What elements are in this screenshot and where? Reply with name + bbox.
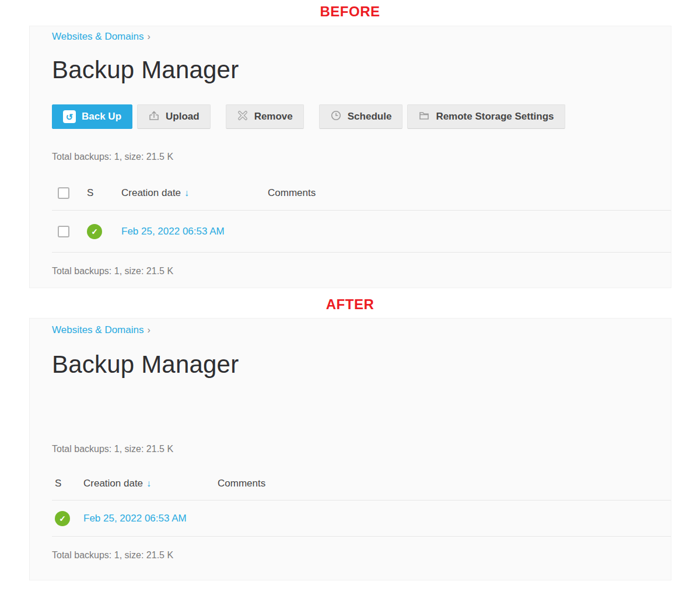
sort-descending-icon: ↓ — [184, 188, 189, 198]
total-backups-summary-top: Total backups: 1, size: 21.5 K — [52, 151, 671, 163]
remove-x-icon — [237, 110, 249, 124]
backup-date-link[interactable]: Feb 25, 2022 06:53 AM — [121, 226, 225, 237]
total-backups-summary-bottom: Total backups: 1, size: 21.5 K — [52, 550, 671, 561]
breadcrumb: Websites & Domains› — [52, 324, 671, 336]
backup-manager-panel-after: Websites & Domains› Backup Manager Total… — [29, 318, 671, 580]
remote-storage-settings-button-label: Remote Storage Settings — [436, 111, 554, 123]
after-annotation: AFTER — [29, 296, 671, 313]
breadcrumb: Websites & Domains› — [52, 31, 671, 43]
row-date-cell: Feb 25, 2022 06:53 AM — [83, 513, 218, 524]
schedule-button[interactable]: Schedule — [319, 104, 403, 129]
breadcrumb-link-websites-domains[interactable]: Websites & Domains — [52, 324, 144, 335]
before-annotation: BEFORE — [29, 4, 671, 20]
backup-date-link[interactable]: Feb 25, 2022 06:53 AM — [83, 513, 187, 524]
remove-button[interactable]: Remove — [226, 104, 304, 129]
row-checkbox[interactable] — [58, 226, 69, 237]
breadcrumb-chevron-icon: › — [147, 32, 150, 41]
header-checkbox-cell — [52, 187, 87, 199]
remote-storage-settings-button[interactable]: Remote Storage Settings — [407, 104, 565, 129]
backup-table-row: ✓ Feb 25, 2022 06:53 AM — [52, 211, 671, 253]
status-column-header: S — [52, 478, 83, 489]
toolbar: ↺ Back Up Upload — [52, 104, 671, 130]
total-backups-summary-top: Total backups: 1, size: 21.5 K — [52, 443, 671, 455]
row-checkbox-cell — [52, 226, 87, 237]
folder-icon — [418, 110, 430, 124]
schedule-button-label: Schedule — [348, 111, 392, 123]
upload-button-label: Upload — [166, 111, 200, 123]
upload-icon — [148, 110, 160, 124]
page-title: Backup Manager — [52, 350, 671, 379]
upload-button[interactable]: Upload — [137, 104, 211, 129]
backup-table-row: ✓ Feb 25, 2022 06:53 AM — [52, 501, 671, 537]
remove-button-label: Remove — [254, 111, 293, 123]
page-title: Backup Manager — [52, 55, 671, 85]
creation-date-header-label: Creation date — [83, 478, 143, 489]
sort-descending-icon: ↓ — [146, 478, 151, 488]
row-status-cell: ✓ — [87, 224, 121, 239]
row-date-cell: Feb 25, 2022 06:53 AM — [121, 226, 268, 237]
back-up-button-label: Back Up — [82, 111, 121, 123]
table-header-row: S Creation date↓ Comments — [52, 467, 671, 501]
row-status-cell: ✓ — [52, 511, 83, 526]
creation-date-column-header[interactable]: Creation date↓ — [121, 187, 268, 199]
comments-column-header: Comments — [218, 478, 671, 489]
backup-ok-status-icon: ✓ — [55, 511, 70, 526]
backup-manager-panel-before: Websites & Domains› Backup Manager ↺ Bac… — [29, 26, 671, 288]
creation-date-header-label: Creation date — [121, 187, 181, 198]
creation-date-column-header[interactable]: Creation date↓ — [83, 478, 218, 489]
back-up-button[interactable]: ↺ Back Up — [52, 104, 132, 129]
comments-column-header: Comments — [268, 187, 671, 199]
status-column-header: S — [87, 187, 121, 199]
backup-ok-status-icon: ✓ — [87, 224, 102, 239]
backup-icon: ↺ — [63, 110, 76, 123]
table-header-row: S Creation date↓ Comments — [52, 176, 671, 211]
breadcrumb-chevron-icon: › — [147, 325, 150, 335]
breadcrumb-link-websites-domains[interactable]: Websites & Domains — [52, 31, 144, 42]
clock-icon — [330, 110, 342, 124]
total-backups-summary-bottom: Total backups: 1, size: 21.5 K — [52, 265, 671, 277]
select-all-checkbox[interactable] — [58, 187, 69, 199]
